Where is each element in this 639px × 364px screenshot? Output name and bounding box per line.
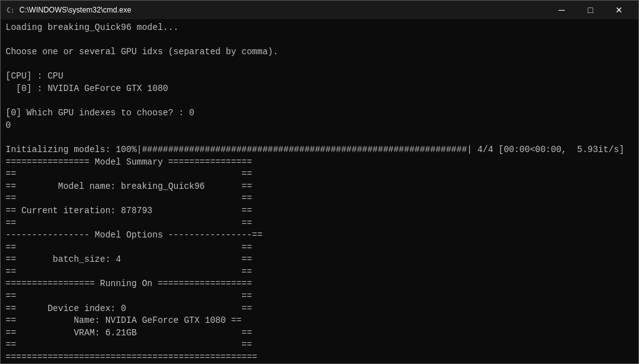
svg-text:C:: C: — [7, 7, 14, 14]
terminal-line: ================ Model Summary =========… — [6, 156, 633, 169]
terminal-line: [CPU] : CPU — [6, 70, 633, 83]
terminal-line: 0 — [6, 120, 633, 132]
terminal-line: == == — [6, 168, 633, 181]
terminal-line — [6, 95, 633, 108]
terminal-line — [6, 59, 633, 71]
terminal-output: Loading breaking_Quick96 model...Choose … — [1, 19, 638, 363]
terminal-line: == Current iteration: 878793 == — [6, 205, 633, 218]
terminal-line: == == — [6, 266, 633, 279]
terminal-line: == Device index: 0 == — [6, 303, 633, 315]
terminal-line: == batch_size: 4 == — [6, 254, 633, 266]
terminal-line — [6, 132, 633, 144]
terminal-line: Loading breaking_Quick96 model... — [6, 22, 633, 34]
terminal-line: ========================================… — [6, 352, 633, 363]
close-button[interactable]: ✕ — [605, 1, 633, 19]
titlebar: C: C:\WINDOWS\system32\cmd.exe ─ □ ✕ — [1, 1, 638, 19]
terminal-line: [0] : NVIDIA GeForce GTX 1080 — [6, 83, 633, 95]
terminal-line: == == — [6, 242, 633, 254]
terminal-line: == == — [6, 218, 633, 230]
titlebar-left: C: C:\WINDOWS\system32\cmd.exe — [6, 5, 131, 15]
terminal-line: == Name: NVIDIA GeForce GTX 1080 == — [6, 315, 633, 327]
terminal-line: == VRAM: 6.21GB == — [6, 327, 633, 340]
maximize-button[interactable]: □ — [576, 1, 605, 19]
titlebar-title: C:\WINDOWS\system32\cmd.exe — [19, 6, 131, 14]
terminal-line: Choose one or several GPU idxs (separate… — [6, 46, 633, 59]
terminal-line — [6, 34, 633, 47]
terminal-line: [0] Which GPU indexes to choose? : 0 — [6, 107, 633, 120]
minimize-button[interactable]: ─ — [547, 1, 576, 19]
terminal-line: == == — [6, 290, 633, 303]
terminal-line: == == — [6, 193, 633, 205]
titlebar-controls: ─ □ ✕ — [547, 1, 633, 19]
cmd-icon: C: — [6, 5, 16, 15]
cmd-window: C: C:\WINDOWS\system32\cmd.exe ─ □ ✕ Loa… — [0, 0, 639, 364]
terminal-line: Initializing models: 100%|##############… — [6, 144, 633, 156]
terminal-line: ================= Running On ===========… — [6, 278, 633, 290]
terminal-line: == Model name: breaking_Quick96 == — [6, 181, 633, 193]
terminal-line: == == — [6, 339, 633, 352]
terminal-line: ---------------- Model Options ---------… — [6, 229, 633, 242]
